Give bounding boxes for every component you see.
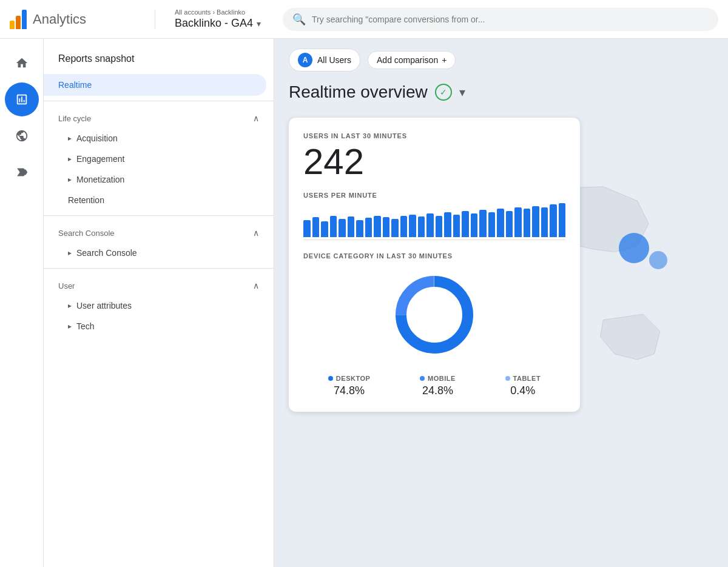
- breadcrumb-property[interactable]: Backlinko: [217, 8, 245, 16]
- map-dot-medium: [649, 251, 667, 269]
- tablet-label: TABLET: [513, 375, 541, 382]
- search-bar[interactable]: 🔍: [283, 8, 718, 31]
- acquisition-expand-icon: ▸: [68, 134, 72, 143]
- stats-card: USERS IN LAST 30 MINUTES 242 USERS PER M…: [289, 118, 580, 412]
- add-comparison-button[interactable]: Add comparison +: [368, 51, 456, 69]
- all-users-label: All Users: [317, 55, 351, 65]
- logo-bar-3: [22, 10, 27, 29]
- donut-chart: [389, 269, 480, 360]
- desktop-dot: [328, 376, 333, 381]
- nav-icons: [0, 39, 44, 567]
- all-users-badge[interactable]: A All Users: [289, 49, 360, 72]
- sidebar: Reports snapshot Realtime Life cycle ∧ ▸…: [44, 39, 274, 567]
- users-30-label: USERS IN LAST 30 MINUTES: [303, 132, 565, 139]
- sidebar-item-tech[interactable]: ▸ Tech: [44, 316, 266, 337]
- device-chart-area: [303, 269, 565, 360]
- bar-chart-bar: [348, 216, 355, 237]
- sidebar-item-retention[interactable]: Retention: [44, 190, 266, 210]
- property-selector[interactable]: Backlinko - GA4 ▾: [175, 17, 261, 30]
- sidebar-item-tech-label: Tech: [76, 321, 95, 331]
- title-dropdown-arrow[interactable]: ▾: [459, 85, 465, 99]
- bar-chart-bar: [330, 216, 337, 237]
- desktop-value: 74.8%: [334, 384, 365, 397]
- analytics-logo-icon: [10, 10, 27, 29]
- tablet-dot: [505, 376, 510, 381]
- bar-chart-bar: [559, 203, 566, 237]
- bar-chart-bar: [418, 216, 425, 237]
- property-name: Backlinko - GA4: [175, 17, 253, 30]
- bar-chart-bar: [339, 219, 346, 237]
- lifecycle-collapse-icon: ∧: [253, 113, 259, 123]
- sidebar-item-monetization-label: Monetization: [76, 175, 124, 184]
- monetization-expand-icon: ▸: [68, 175, 72, 184]
- content-area: Venezuela Colombia Brazil Peru Bolivia C…: [274, 39, 728, 567]
- sidebar-item-search-console[interactable]: ▸ Search Console: [44, 243, 266, 263]
- content-header: A All Users Add comparison +: [274, 39, 728, 81]
- sidebar-item-monetization[interactable]: ▸ Monetization: [44, 169, 266, 190]
- bar-chart-bar: [453, 215, 460, 237]
- topbar: Analytics All accounts › Backlinko Backl…: [0, 0, 728, 39]
- mobile-label: MOBILE: [428, 375, 456, 382]
- add-comparison-label: Add comparison: [377, 55, 438, 65]
- sidebar-item-acquisition[interactable]: ▸ Acquisition: [44, 128, 266, 149]
- map-dot-large: [619, 233, 649, 263]
- user-collapse-icon: ∧: [253, 281, 259, 290]
- sidebar-item-search-console-label: Search Console: [76, 248, 137, 258]
- logo-bar-1: [10, 21, 15, 29]
- user-attributes-expand-icon: ▸: [68, 301, 72, 310]
- legend-mobile: MOBILE 24.8%: [420, 375, 456, 397]
- bar-chart-bar: [356, 220, 363, 237]
- bar-chart-bar: [479, 210, 487, 237]
- bar-chart-bar: [426, 213, 434, 237]
- search-console-collapse-icon: ∧: [253, 228, 259, 238]
- breadcrumb: All accounts › Backlinko: [175, 8, 261, 16]
- tablet-value: 0.4%: [510, 384, 535, 397]
- sidebar-section-user[interactable]: User ∧: [44, 273, 274, 295]
- sidebar-section-search-console-label: Search Console: [58, 229, 115, 238]
- main-layout: Reports snapshot Realtime Life cycle ∧ ▸…: [0, 39, 728, 567]
- users-count: 242: [303, 142, 565, 182]
- bar-chart-bar: [532, 206, 539, 237]
- sidebar-section-lifecycle[interactable]: Life cycle ∧: [44, 106, 274, 128]
- app-logo: Analytics: [10, 10, 155, 29]
- bar-chart-bar: [365, 218, 372, 237]
- nav-icon-home[interactable]: [5, 46, 39, 80]
- bar-chart-bar: [506, 211, 513, 237]
- device-category-label: DEVICE CATEGORY IN LAST 30 MINUTES: [303, 252, 565, 260]
- bar-chart-bar: [514, 207, 522, 237]
- sidebar-item-retention-label: Retention: [68, 195, 104, 205]
- bar-chart-bar: [391, 219, 399, 237]
- sidebar-section-search-console[interactable]: Search Console ∧: [44, 221, 274, 243]
- search-input[interactable]: [312, 15, 709, 24]
- bar-chart-bar: [374, 216, 381, 237]
- bar-chart-bar: [541, 207, 548, 237]
- bar-chart-bar: [524, 209, 531, 237]
- account-info: All accounts › Backlinko Backlinko - GA4…: [165, 8, 261, 30]
- bar-chart-bar: [383, 217, 390, 237]
- sidebar-item-realtime[interactable]: Realtime: [44, 74, 266, 96]
- sidebar-item-engagement[interactable]: ▸ Engagement: [44, 149, 266, 169]
- nav-icon-explore[interactable]: [5, 119, 39, 153]
- mobile-dot: [420, 376, 425, 381]
- legend-mobile-label-row: MOBILE: [420, 375, 456, 382]
- search-icon: 🔍: [292, 13, 306, 26]
- bar-chart-bar: [312, 217, 320, 237]
- nav-icon-reports[interactable]: [5, 82, 39, 116]
- device-legend: DESKTOP 74.8% MOBILE 24.8% TABLET: [303, 370, 565, 397]
- breadcrumb-accounts[interactable]: All accounts: [175, 8, 211, 16]
- nav-icon-advertising[interactable]: [5, 155, 39, 189]
- logo-bar-2: [16, 16, 21, 29]
- content-title-row: Realtime overview ✓ ▾: [274, 78, 728, 107]
- divider-2: [44, 215, 274, 216]
- bar-chart-bar: [444, 212, 451, 237]
- users-per-minute-label: USERS PER MINUTE: [303, 192, 565, 199]
- bar-chart-bar: [321, 221, 328, 237]
- tech-expand-icon: ▸: [68, 322, 72, 330]
- sidebar-item-engagement-label: Engagement: [76, 154, 124, 164]
- sidebar-title: Reports snapshot: [44, 49, 274, 74]
- add-icon: +: [442, 55, 447, 65]
- divider-1: [44, 101, 274, 101]
- legend-desktop-label-row: DESKTOP: [328, 375, 370, 382]
- property-dropdown-arrow: ▾: [257, 19, 261, 29]
- sidebar-item-user-attributes[interactable]: ▸ User attributes: [44, 295, 266, 316]
